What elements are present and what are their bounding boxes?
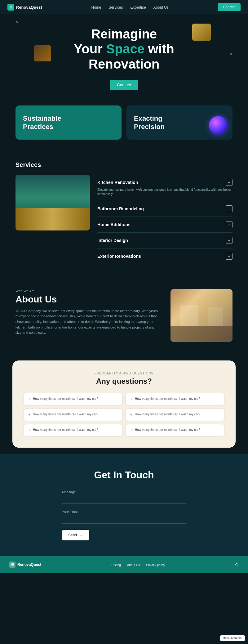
footer-link-about[interactable]: About Us [127,563,140,567]
navbar: ⊞ RenovaQuest Home Services Expertise Ab… [0,0,248,14]
contact-message-field: Message [62,490,186,504]
hero-title: Reimagine Your Space with Renovation [74,27,174,72]
hero-line2-after: with [144,42,174,56]
hero-line2-before: Your [74,42,106,56]
about-body: At Our Company, we believe that every sp… [16,308,158,336]
faq-plus-0: + [28,397,30,401]
services-list: Kitchen Renovation − Elevate your culina… [97,175,232,264]
nav-link-services[interactable]: Services [109,5,123,10]
hero-image-right [192,24,211,41]
service-item-interior: Interior Design + [97,233,232,248]
faq-title: Any questions? [24,377,224,386]
service-additions-toggle[interactable]: + [226,221,232,228]
services-image [16,175,90,230]
faq-section: FREQUENTLY ASKED QUESTIONS Any questions… [0,360,248,448]
send-label: Send [68,533,77,537]
faq-text-0: How many times per month can I wash my c… [33,397,98,400]
feature-card-sustainable-title: SustainablePractices [23,114,61,131]
faq-text-5: How many times per month can I wash my c… [135,428,200,432]
faq-item-3[interactable]: + How many times per month can I wash my… [126,409,224,421]
contact-message-input[interactable] [62,495,186,504]
contact-form: Message Your Email Send → [62,490,186,540]
footer-links: Pricing About Us Privacy policy [111,562,165,567]
office-visual [170,289,232,342]
faq-box: FREQUENTLY ASKED QUESTIONS Any questions… [12,360,236,448]
hero-close-1[interactable]: × [16,19,18,24]
hero-line2-accent: Space [106,42,144,56]
faq-text-1: How many times per month can I wash my c… [135,397,200,400]
service-item-exterior: Exterior Renovations + [97,248,232,264]
about-text: Who We Are About Us At Our Company, we b… [16,289,158,336]
faq-item-4[interactable]: + How many times per month can I wash my… [24,424,122,436]
service-additions-name: Home Additions [97,222,131,227]
about-label: Who We Are [16,289,158,293]
faq-plus-5: + [130,428,132,432]
footer-social-icon[interactable]: ⊙ [235,562,239,567]
faq-plus-4: + [28,428,30,432]
hero-close-2[interactable]: × [230,51,232,56]
nav-links: Home Services Expertise About Us [91,4,169,10]
service-interior-toggle[interactable]: + [226,237,232,244]
hero-line1: Reimagine [74,27,174,42]
service-item-kitchen: Kitchen Renovation − Elevate your culina… [97,175,232,201]
faq-item-0[interactable]: + How many times per month can I wash my… [24,393,122,405]
faq-text-2: How many times per month can I wash my c… [33,413,98,416]
contact-title: Get In Touch [62,469,186,481]
feature-card-precision-title: ExactingPrecision [134,114,165,131]
service-item-additions: Home Additions + [97,217,232,233]
faq-text-4: How many times per month can I wash my c… [33,428,98,432]
hero-image-left [34,45,51,61]
service-item-bathroom: Bathroom Remodeling + [97,201,232,217]
kitchen-visual [16,175,90,230]
hero-contact-button[interactable]: Contact [110,80,139,90]
footer-link-privacy[interactable]: Privacy policy [146,563,165,567]
logo-text: RenovaQuest [16,5,42,10]
contact-email-label: Your Email [62,510,186,514]
service-exterior-name: Exterior Renovations [97,254,141,259]
footer-logo-icon: ⊞ [9,561,16,568]
faq-plus-1: + [130,397,132,401]
footer-logo: ⊞ RenovaQuest [9,561,41,568]
hero-line3: Renovation [74,57,174,72]
faq-item-2[interactable]: + How many times per month can I wash my… [24,409,122,421]
nav-contact-button[interactable]: Contact [218,3,241,11]
about-image [170,289,232,342]
faq-plus-3: + [130,413,132,417]
about-title: About Us [16,294,158,305]
nav-link-expertise[interactable]: Expertise [131,5,146,10]
contact-email-input[interactable] [62,515,186,524]
service-bathroom-name: Bathroom Remodeling [97,206,144,211]
faq-item-5[interactable]: + How many times per month can I wash my… [126,424,224,436]
footer-link-pricing[interactable]: Pricing [111,563,121,567]
service-kitchen-desc: Elevate your culinary haven with custom-… [97,188,232,196]
send-arrow: → [79,533,83,537]
precision-orb [209,116,228,135]
faq-text-3: How many times per month can I wash my c… [135,413,200,416]
faq-section-label: FREQUENTLY ASKED QUESTIONS [24,372,224,375]
contact-email-field: Your Email [62,510,186,524]
footer: ⊞ RenovaQuest Pricing About Us Privacy p… [0,556,248,573]
nav-link-about[interactable]: About Us [153,5,169,10]
about-section: Who We Are About Us At Our Company, we b… [0,277,248,354]
feature-card-precision[interactable]: ExactingPrecision [126,105,232,140]
feature-card-sustainable[interactable]: SustainablePractices [16,105,122,140]
service-bathroom-toggle[interactable]: + [226,205,232,212]
contact-section: Get In Touch Message Your Email Send → [0,454,248,556]
services-section: Services Kitchen Renovation − Elevate yo… [0,149,248,277]
services-title: Services [16,161,232,168]
faq-grid: + How many times per month can I wash my… [24,393,224,436]
service-exterior-toggle[interactable]: + [226,253,232,260]
contact-send-button[interactable]: Send → [62,530,89,540]
service-kitchen-toggle[interactable]: − [226,179,232,186]
logo-icon: ⊞ [7,4,14,11]
contact-message-label: Message [62,490,186,494]
service-interior-name: Interior Design [97,238,128,243]
faq-plus-2: + [28,413,30,417]
service-kitchen-name: Kitchen Renovation [97,180,138,185]
faq-item-1[interactable]: + How many times per month can I wash my… [126,393,224,405]
nav-link-home[interactable]: Home [91,5,101,10]
hero-line2: Your Space with [74,42,174,56]
footer-logo-text: RenovaQuest [17,562,41,567]
nav-logo[interactable]: ⊞ RenovaQuest [7,4,42,11]
feature-cards: SustainablePractices ExactingPrecision [0,99,248,149]
